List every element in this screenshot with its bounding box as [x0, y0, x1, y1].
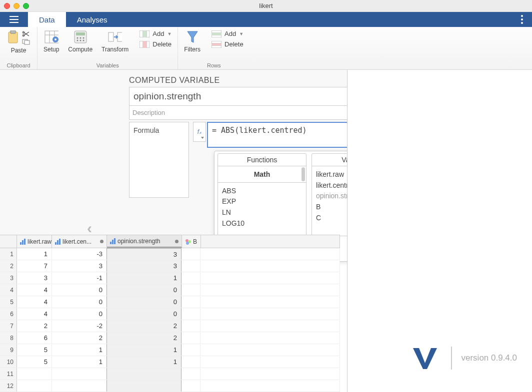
cell[interactable] — [106, 368, 182, 380]
data-spreadsheet[interactable]: likert.raw likert.cen... opinion.strengt… — [0, 235, 340, 392]
column-header[interactable]: likert.raw — [17, 235, 52, 248]
add-variable-button[interactable]: Add ▼ — [140, 30, 172, 37]
cell[interactable]: 7 — [17, 260, 52, 272]
row-header[interactable]: 5 — [0, 296, 17, 308]
delete-row-button[interactable]: Delete — [212, 40, 244, 48]
cell[interactable]: 0 — [52, 284, 107, 296]
row-header[interactable]: 6 — [0, 308, 17, 320]
cell[interactable]: 1 — [52, 344, 107, 356]
cell[interactable]: 1 — [106, 356, 182, 368]
cell[interactable] — [182, 260, 200, 272]
transform-button[interactable]: Transform — [102, 30, 128, 53]
cell[interactable] — [200, 380, 340, 392]
table-row[interactable]: 12 — [0, 380, 340, 392]
column-header-empty[interactable] — [201, 235, 340, 248]
row-header[interactable]: 10 — [0, 356, 17, 368]
row-header[interactable]: 2 — [0, 260, 17, 272]
filters-button[interactable]: Filters — [184, 30, 200, 53]
cell[interactable]: 1 — [52, 356, 107, 368]
row-header[interactable]: 4 — [0, 284, 17, 296]
cell[interactable]: 1 — [17, 248, 52, 260]
table-row[interactable]: 11 — [0, 368, 340, 380]
cell[interactable]: 4 — [17, 308, 52, 320]
cell[interactable]: 5 — [17, 344, 52, 356]
column-header-selected[interactable]: opinion.strength — [107, 235, 182, 248]
cell[interactable]: 0 — [106, 308, 182, 320]
table-row[interactable]: 2733 — [0, 260, 340, 272]
function-item[interactable]: LOG10 — [222, 218, 302, 229]
cell[interactable] — [182, 284, 200, 296]
cell[interactable] — [200, 296, 340, 308]
cell[interactable] — [182, 356, 200, 368]
cell[interactable] — [52, 380, 107, 392]
cell[interactable]: -2 — [52, 320, 107, 332]
cell[interactable]: 2 — [106, 332, 182, 344]
cell[interactable]: 3 — [17, 272, 52, 284]
app-menu-button[interactable] — [0, 12, 28, 27]
cell[interactable] — [52, 368, 107, 380]
table-row[interactable]: 4400 — [0, 284, 340, 296]
cell[interactable]: 0 — [52, 308, 107, 320]
cell[interactable] — [182, 308, 200, 320]
row-header[interactable]: 1 — [0, 248, 17, 260]
cell[interactable]: 2 — [52, 332, 107, 344]
compute-button[interactable]: Compute — [68, 30, 92, 53]
cell[interactable] — [182, 368, 200, 380]
row-header[interactable]: 11 — [0, 368, 17, 380]
cell[interactable]: 1 — [106, 344, 182, 356]
column-header[interactable]: B — [182, 235, 201, 248]
table-row[interactable]: 33-11 — [0, 272, 340, 284]
functions-list[interactable]: Functions Math ABS EXP LN LOG10 — [218, 153, 306, 236]
cell[interactable] — [200, 284, 340, 296]
cell[interactable]: 4 — [17, 296, 52, 308]
cell[interactable] — [200, 332, 340, 344]
row-header[interactable]: 12 — [0, 380, 17, 392]
cell[interactable] — [182, 320, 200, 332]
cell[interactable] — [182, 296, 200, 308]
cell[interactable] — [182, 380, 200, 392]
cell[interactable] — [200, 248, 340, 260]
table-row[interactable]: 8622 — [0, 332, 340, 344]
table-row[interactable]: 10511 — [0, 356, 340, 368]
row-header[interactable]: 3 — [0, 272, 17, 284]
cell[interactable] — [182, 272, 200, 284]
table-row[interactable]: 11-33 — [0, 248, 340, 260]
table-row[interactable]: 5400 — [0, 296, 340, 308]
table-row[interactable]: 9511 — [0, 344, 340, 356]
cell[interactable]: 0 — [52, 296, 107, 308]
cell[interactable] — [200, 368, 340, 380]
column-header[interactable]: likert.cen... — [52, 235, 107, 248]
cell[interactable] — [200, 344, 340, 356]
table-row[interactable]: 72-22 — [0, 320, 340, 332]
cell[interactable]: 0 — [106, 284, 182, 296]
tab-data[interactable]: Data — [28, 12, 66, 27]
cell[interactable] — [200, 320, 340, 332]
cell[interactable]: 5 — [17, 356, 52, 368]
paste-button[interactable]: Paste — [6, 30, 31, 54]
table-row[interactable]: 6400 — [0, 308, 340, 320]
add-row-button[interactable]: Add ▼ — [212, 30, 244, 37]
function-item[interactable]: LN — [222, 207, 302, 218]
cell[interactable] — [200, 308, 340, 320]
cell[interactable] — [200, 356, 340, 368]
cell[interactable]: -1 — [52, 272, 107, 284]
cell[interactable]: 2 — [106, 320, 182, 332]
cell[interactable]: 1 — [106, 272, 182, 284]
cell[interactable]: 6 — [17, 332, 52, 344]
delete-variable-button[interactable]: Delete — [140, 40, 172, 48]
cell[interactable]: 0 — [106, 296, 182, 308]
cell[interactable] — [17, 380, 52, 392]
cell[interactable]: 3 — [106, 248, 182, 260]
cell[interactable] — [200, 260, 340, 272]
tab-analyses[interactable]: Analyses — [66, 12, 118, 27]
functions-scrollbar[interactable] — [302, 167, 305, 181]
cell[interactable]: 3 — [106, 260, 182, 272]
cell[interactable] — [200, 272, 340, 284]
overflow-menu-button[interactable] — [512, 12, 532, 27]
function-item[interactable]: ABS — [222, 186, 302, 197]
cell[interactable]: 3 — [52, 260, 107, 272]
cell[interactable] — [106, 380, 182, 392]
cell[interactable] — [182, 248, 200, 260]
fx-dropdown-button[interactable]: fₓ — [193, 122, 206, 142]
function-item[interactable]: EXP — [222, 196, 302, 207]
